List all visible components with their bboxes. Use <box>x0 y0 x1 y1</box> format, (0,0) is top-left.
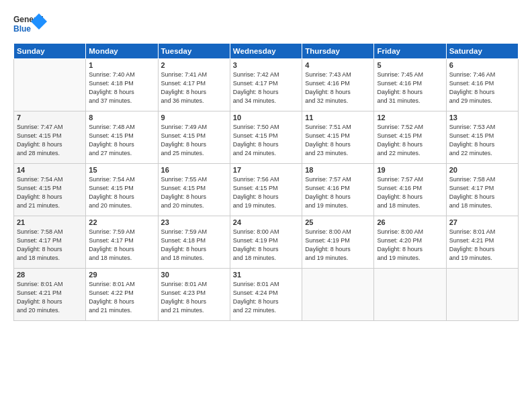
day-info: Sunrise: 7:40 AM Sunset: 4:18 PM Dayligh… <box>89 71 154 105</box>
calendar-cell: 12Sunrise: 7:52 AM Sunset: 4:15 PM Dayli… <box>374 111 446 164</box>
day-number: 11 <box>305 113 371 122</box>
calendar-cell <box>374 269 446 321</box>
calendar-cell: 29Sunrise: 8:01 AM Sunset: 4:22 PM Dayli… <box>86 269 158 321</box>
day-info: Sunrise: 7:54 AM Sunset: 4:15 PM Dayligh… <box>17 175 83 210</box>
calendar-cell: 31Sunrise: 8:01 AM Sunset: 4:24 PM Dayli… <box>230 269 302 321</box>
day-info: Sunrise: 7:58 AM Sunset: 4:17 PM Dayligh… <box>449 175 515 210</box>
week-row-4: 21Sunrise: 7:58 AM Sunset: 4:17 PM Dayli… <box>14 216 519 269</box>
day-info: Sunrise: 7:55 AM Sunset: 4:15 PM Dayligh… <box>161 175 227 210</box>
calendar-cell: 25Sunrise: 8:00 AM Sunset: 4:19 PM Dayli… <box>302 216 374 269</box>
day-info: Sunrise: 7:47 AM Sunset: 4:15 PM Dayligh… <box>17 123 83 158</box>
calendar-cell: 20Sunrise: 7:58 AM Sunset: 4:17 PM Dayli… <box>446 164 518 216</box>
col-header-monday: Monday <box>86 44 158 59</box>
calendar-cell: 23Sunrise: 7:59 AM Sunset: 4:18 PM Dayli… <box>158 216 230 269</box>
day-info: Sunrise: 7:52 AM Sunset: 4:15 PM Dayligh… <box>377 123 443 158</box>
day-info: Sunrise: 7:57 AM Sunset: 4:16 PM Dayligh… <box>377 175 443 210</box>
calendar-cell: 7Sunrise: 7:47 AM Sunset: 4:15 PM Daylig… <box>14 111 86 164</box>
calendar-cell: 16Sunrise: 7:55 AM Sunset: 4:15 PM Dayli… <box>158 164 230 216</box>
col-header-tuesday: Tuesday <box>158 44 230 59</box>
calendar-cell: 5Sunrise: 7:45 AM Sunset: 4:16 PM Daylig… <box>374 59 446 111</box>
day-info: Sunrise: 8:00 AM Sunset: 4:19 PM Dayligh… <box>305 228 371 263</box>
calendar-cell: 17Sunrise: 7:56 AM Sunset: 4:15 PM Dayli… <box>230 164 302 216</box>
week-row-3: 14Sunrise: 7:54 AM Sunset: 4:15 PM Dayli… <box>14 164 519 216</box>
calendar-cell: 2Sunrise: 7:41 AM Sunset: 4:17 PM Daylig… <box>158 59 230 111</box>
col-header-sunday: Sunday <box>14 44 86 59</box>
day-info: Sunrise: 7:41 AM Sunset: 4:17 PM Dayligh… <box>161 71 227 105</box>
day-info: Sunrise: 7:56 AM Sunset: 4:15 PM Dayligh… <box>233 175 299 210</box>
day-info: Sunrise: 7:49 AM Sunset: 4:15 PM Dayligh… <box>161 123 227 158</box>
day-number: 7 <box>17 113 83 122</box>
calendar-cell: 19Sunrise: 7:57 AM Sunset: 4:16 PM Dayli… <box>374 164 446 216</box>
week-row-1: 1Sunrise: 7:40 AM Sunset: 4:18 PM Daylig… <box>14 59 519 111</box>
day-info: Sunrise: 7:46 AM Sunset: 4:16 PM Dayligh… <box>449 71 515 105</box>
day-info: Sunrise: 7:45 AM Sunset: 4:16 PM Dayligh… <box>377 71 443 105</box>
header: GeneralBlue <box>13 12 519 36</box>
day-info: Sunrise: 7:59 AM Sunset: 4:18 PM Dayligh… <box>161 228 227 263</box>
header-row: SundayMondayTuesdayWednesdayThursdayFrid… <box>14 44 519 59</box>
calendar-cell <box>302 269 374 321</box>
day-info: Sunrise: 8:00 AM Sunset: 4:19 PM Dayligh… <box>233 228 299 263</box>
day-number: 12 <box>377 113 443 122</box>
day-number: 30 <box>161 271 227 279</box>
calendar-cell: 14Sunrise: 7:54 AM Sunset: 4:15 PM Dayli… <box>14 164 86 216</box>
col-header-thursday: Thursday <box>302 44 374 59</box>
week-row-5: 28Sunrise: 8:01 AM Sunset: 4:21 PM Dayli… <box>14 269 519 321</box>
day-number: 9 <box>161 113 227 122</box>
calendar-cell: 11Sunrise: 7:51 AM Sunset: 4:15 PM Dayli… <box>302 111 374 164</box>
col-header-wednesday: Wednesday <box>230 44 302 59</box>
day-number: 29 <box>89 271 154 279</box>
day-info: Sunrise: 8:01 AM Sunset: 4:24 PM Dayligh… <box>233 280 299 315</box>
calendar-cell <box>14 59 86 111</box>
day-number: 8 <box>89 113 154 122</box>
day-info: Sunrise: 7:48 AM Sunset: 4:15 PM Dayligh… <box>89 123 154 158</box>
week-row-2: 7Sunrise: 7:47 AM Sunset: 4:15 PM Daylig… <box>14 111 519 164</box>
calendar-cell: 10Sunrise: 7:50 AM Sunset: 4:15 PM Dayli… <box>230 111 302 164</box>
day-number: 20 <box>449 166 515 174</box>
day-number: 2 <box>161 61 227 69</box>
day-number: 24 <box>233 218 299 226</box>
calendar-cell: 8Sunrise: 7:48 AM Sunset: 4:15 PM Daylig… <box>86 111 158 164</box>
calendar-cell: 30Sunrise: 8:01 AM Sunset: 4:23 PM Dayli… <box>158 269 230 321</box>
day-number: 1 <box>89 61 154 69</box>
day-info: Sunrise: 7:43 AM Sunset: 4:16 PM Dayligh… <box>305 71 371 105</box>
day-number: 13 <box>449 113 515 122</box>
day-info: Sunrise: 7:58 AM Sunset: 4:17 PM Dayligh… <box>17 228 83 263</box>
day-number: 21 <box>17 218 83 226</box>
day-number: 10 <box>233 113 299 122</box>
day-number: 26 <box>377 218 443 226</box>
calendar-cell: 21Sunrise: 7:58 AM Sunset: 4:17 PM Dayli… <box>14 216 86 269</box>
calendar-cell: 13Sunrise: 7:53 AM Sunset: 4:15 PM Dayli… <box>446 111 518 164</box>
day-number: 31 <box>233 271 299 279</box>
col-header-saturday: Saturday <box>446 44 518 59</box>
calendar-cell: 1Sunrise: 7:40 AM Sunset: 4:18 PM Daylig… <box>86 59 158 111</box>
day-info: Sunrise: 8:00 AM Sunset: 4:20 PM Dayligh… <box>377 228 443 263</box>
day-number: 18 <box>305 166 371 174</box>
day-info: Sunrise: 8:01 AM Sunset: 4:21 PM Dayligh… <box>17 280 83 315</box>
calendar-table: SundayMondayTuesdayWednesdayThursdayFrid… <box>13 43 519 321</box>
calendar-cell: 9Sunrise: 7:49 AM Sunset: 4:15 PM Daylig… <box>158 111 230 164</box>
calendar-cell: 4Sunrise: 7:43 AM Sunset: 4:16 PM Daylig… <box>302 59 374 111</box>
day-info: Sunrise: 7:51 AM Sunset: 4:15 PM Dayligh… <box>305 123 371 158</box>
day-number: 19 <box>377 166 443 174</box>
day-number: 25 <box>305 218 371 226</box>
svg-text:Blue: Blue <box>13 24 31 34</box>
col-header-friday: Friday <box>374 44 446 59</box>
logo-svg: GeneralBlue <box>13 12 47 36</box>
day-info: Sunrise: 7:59 AM Sunset: 4:17 PM Dayligh… <box>89 228 154 263</box>
page: GeneralBlue SundayMondayTuesdayWednesday… <box>0 0 532 411</box>
day-info: Sunrise: 8:01 AM Sunset: 4:21 PM Dayligh… <box>449 228 515 263</box>
calendar-cell: 26Sunrise: 8:00 AM Sunset: 4:20 PM Dayli… <box>374 216 446 269</box>
day-number: 27 <box>449 218 515 226</box>
day-number: 17 <box>233 166 299 174</box>
day-number: 5 <box>377 61 443 69</box>
day-number: 22 <box>89 218 154 226</box>
day-number: 4 <box>305 61 371 69</box>
day-number: 23 <box>161 218 227 226</box>
calendar-cell <box>446 269 518 321</box>
calendar-cell: 6Sunrise: 7:46 AM Sunset: 4:16 PM Daylig… <box>446 59 518 111</box>
calendar-cell: 24Sunrise: 8:00 AM Sunset: 4:19 PM Dayli… <box>230 216 302 269</box>
calendar-cell: 22Sunrise: 7:59 AM Sunset: 4:17 PM Dayli… <box>86 216 158 269</box>
day-info: Sunrise: 7:53 AM Sunset: 4:15 PM Dayligh… <box>449 123 515 158</box>
day-number: 16 <box>161 166 227 174</box>
calendar-cell: 18Sunrise: 7:57 AM Sunset: 4:16 PM Dayli… <box>302 164 374 216</box>
